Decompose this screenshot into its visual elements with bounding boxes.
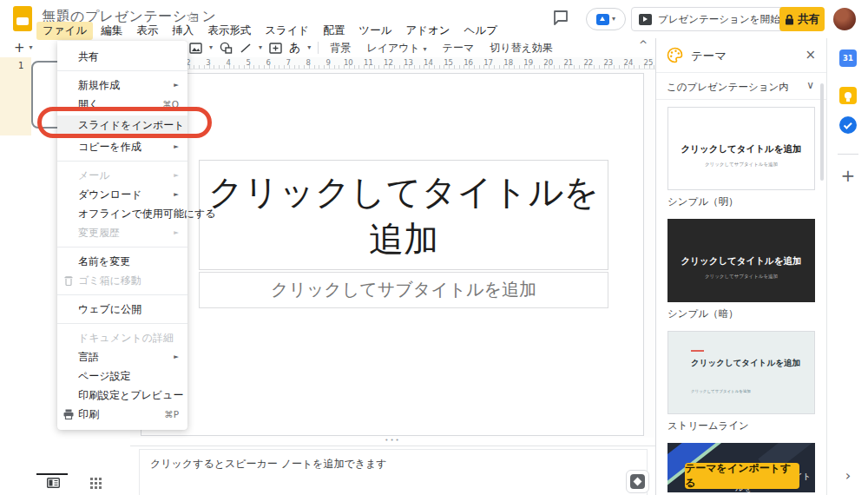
filmstrip-view-indicator — [36, 473, 68, 475]
file-menu-item-label: 開く — [78, 98, 99, 110]
toolbar-divider — [318, 42, 319, 54]
title-placeholder[interactable]: クリックしてタイトルを追加 — [199, 160, 608, 270]
import-theme-button[interactable]: テーマをインポートする — [685, 463, 799, 489]
file-menu-item-label: スライドをインポート — [78, 119, 185, 131]
share-button[interactable]: 共有 — [779, 7, 825, 31]
transition-button[interactable]: 切り替え効果 — [485, 39, 557, 57]
notes-resize-handle[interactable]: ••• — [130, 437, 655, 446]
ruler-number: 15 — [444, 58, 453, 67]
file-menu-item[interactable]: コピーを作成► — [57, 137, 187, 156]
collapse-panel-icon[interactable]: › — [827, 467, 868, 484]
menubar-item[interactable]: 挿入 — [166, 22, 200, 40]
subtitle-placeholder[interactable]: クリックしてサブタイトルを追加 — [199, 272, 608, 308]
ruler-number: 19 — [523, 58, 533, 67]
file-menu-item[interactable]: オフラインで使用可能にする — [57, 204, 187, 223]
file-menu-item[interactable]: 新規作成► — [57, 76, 187, 95]
slides-app-icon[interactable] — [13, 6, 32, 31]
theme-card-title: クリックしてタイトルを追加 — [668, 143, 814, 155]
theme-name-label: ストリームライン — [667, 419, 826, 432]
theme-name-label: シンプル（暗） — [667, 307, 826, 320]
file-menu-item-label: ゴミ箱に移動 — [78, 274, 141, 287]
file-menu-item-label: ウェブに公開 — [78, 303, 141, 315]
background-button[interactable]: 背景 — [326, 39, 355, 57]
file-menu-item[interactable]: ページ設定 — [57, 366, 187, 386]
explore-button[interactable] — [626, 470, 649, 493]
theme-card-dark[interactable]: クリックしてタイトルを追加クリックしてサブタイトルを追加 — [667, 219, 815, 302]
keep-icon[interactable] — [839, 87, 857, 104]
file-menu-item[interactable]: ドキュメントの詳細 — [57, 328, 187, 347]
slideshow-icon — [639, 14, 652, 25]
chevron-down-icon[interactable]: ▾ — [209, 44, 213, 51]
chevron-down-icon[interactable]: ▾ — [259, 44, 262, 51]
layout-button[interactable]: レイアウト ▾ — [362, 39, 431, 57]
file-menu-item[interactable]: 名前を変更 — [57, 252, 187, 271]
palette-icon — [667, 47, 683, 63]
ruler-number: 14 — [424, 58, 433, 67]
file-menu-dropdown: 共有新規作成►開く⌘Oスライドをインポートコピーを作成►メール►ダウンロード►オ… — [57, 41, 187, 430]
close-icon[interactable]: × — [805, 47, 816, 63]
insert-textbox-icon[interactable] — [269, 43, 282, 54]
file-menu-item[interactable]: 印刷設定とプレビュー — [57, 386, 187, 405]
menubar-item[interactable]: 表示形式 — [201, 22, 257, 40]
menubar-item[interactable]: 表示 — [130, 22, 164, 40]
menubar-item[interactable]: 配置 — [317, 22, 351, 40]
theme-card-streamline[interactable]: クリックしてタイトルを追加クリックしてサブタイトルを追加 — [667, 331, 815, 414]
theme-card-light[interactable]: クリックしてタイトルを追加クリックしてサブタイトルを追加 — [667, 107, 815, 190]
file-menu-item[interactable]: 言語► — [57, 347, 187, 366]
collapse-toolbar-icon[interactable]: ^ — [639, 39, 648, 51]
menubar-item[interactable]: ヘルプ — [458, 22, 503, 40]
insert-shape-icon[interactable] — [220, 42, 233, 54]
file-menu-item[interactable]: 共有 — [57, 47, 187, 66]
tasks-icon[interactable] — [839, 116, 857, 134]
insert-image-icon[interactable] — [189, 43, 202, 54]
ruler-number: 23 — [603, 58, 613, 67]
present-to-meet-button[interactable]: ▾ — [586, 8, 626, 30]
file-menu-item[interactable]: ゴミ箱に移動 — [57, 271, 187, 290]
ruler-number: 22 — [583, 58, 593, 67]
grid-view-icon[interactable] — [90, 478, 102, 489]
ruler-number: 24 — [623, 58, 633, 67]
file-menu-item-label: 名前を変更 — [78, 255, 130, 267]
menubar-item[interactable]: スライド — [259, 22, 315, 40]
comment-history-icon[interactable] — [553, 10, 570, 26]
ruler-number: 4 — [226, 58, 230, 67]
theme-card-subtitle: クリックしてサブタイトルを追加 — [691, 389, 751, 393]
file-menu-item-label: ページ設定 — [78, 370, 131, 382]
file-menu-item[interactable]: メール► — [57, 166, 187, 185]
theme-section-header[interactable]: このプレゼンテーション内 ∨ — [656, 73, 826, 100]
calendar-icon[interactable]: 31 — [839, 50, 857, 67]
file-menu-item[interactable]: ダウンロード► — [57, 185, 187, 204]
bulb-glyph — [845, 92, 852, 99]
share-label: 共有 — [798, 12, 819, 27]
speaker-notes-input[interactable]: クリックするとスピーカー ノートを追加できます — [139, 449, 648, 495]
text-format-tool[interactable]: あ — [289, 40, 300, 56]
menu-divider — [57, 294, 187, 295]
ruler-ticks — [139, 65, 655, 69]
start-presentation-button[interactable]: プレゼンテーションを開始 ▾ — [631, 7, 803, 31]
current-slide[interactable]: クリックしてタイトルを追加 クリックしてサブタイトルを追加 — [141, 73, 644, 436]
workspace-side-rail: 31 + › — [826, 38, 868, 495]
file-menu-item[interactable]: 変更履歴► — [57, 223, 187, 242]
theme-panel-scrollbar[interactable] — [820, 83, 824, 181]
theme-card-title: クリックしてタイトルを追加 — [667, 255, 815, 267]
file-menu-item[interactable]: ウェブに公開 — [57, 300, 187, 319]
new-slide-button[interactable]: + ▾ — [14, 40, 33, 56]
insert-line-icon[interactable] — [240, 43, 252, 54]
chevron-down-icon[interactable]: ▾ — [307, 44, 311, 51]
horizontal-ruler: 1234567891011121314151617181920212223242… — [139, 57, 655, 69]
file-menu-item[interactable]: 開く⌘O — [57, 95, 187, 114]
file-menu-item[interactable]: スライドをインポート — [57, 116, 187, 135]
add-addon-button[interactable]: + — [827, 165, 868, 186]
menubar-item[interactable]: 編集 — [95, 22, 128, 40]
theme-button[interactable]: テーマ — [438, 39, 479, 57]
file-menu-item[interactable]: 印刷⌘P — [57, 405, 187, 424]
filmstrip-view-icon[interactable] — [47, 478, 60, 488]
account-avatar[interactable] — [833, 8, 856, 30]
menubar-item[interactable]: ファイル — [36, 22, 93, 40]
file-menu-item-label: 印刷 — [78, 408, 99, 420]
menubar-item[interactable]: アドオン — [399, 22, 456, 40]
menubar-item[interactable]: ツール — [352, 22, 398, 40]
filmstrip-footer — [0, 469, 130, 495]
submenu-arrow-icon: ► — [174, 185, 179, 204]
ruler-number: 18 — [503, 58, 513, 67]
